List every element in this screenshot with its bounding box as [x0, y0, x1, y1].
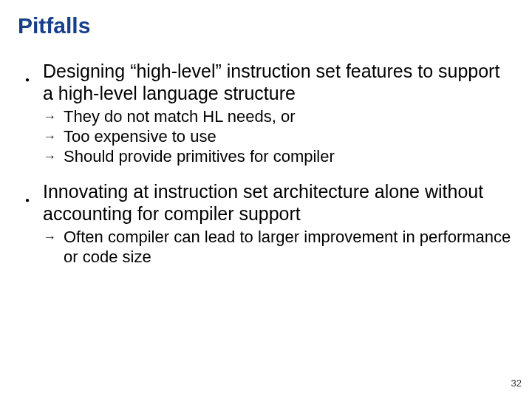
bullet-list: Designing “high-level” instruction set f…: [18, 61, 514, 267]
arrow-icon: →: [43, 149, 56, 166]
arrow-icon: →: [43, 230, 56, 246]
sub-text: Should provide primitives for compiler: [64, 147, 335, 166]
slide: Pitfalls Designing “high-level” instruct…: [0, 0, 532, 399]
arrow-icon: →: [43, 109, 56, 126]
sub-item: →They do not match HL needs, or: [43, 107, 514, 127]
sub-item: →Too expensive to use: [43, 127, 514, 147]
bullet-text: Designing “high-level” instruction set f…: [43, 61, 499, 103]
arrow-icon: →: [43, 129, 56, 146]
sub-text: Often compiler can lead to larger improv…: [64, 228, 511, 266]
list-item: Designing “high-level” instruction set f…: [18, 61, 514, 166]
list-item: Innovating at instruction set architectu…: [18, 181, 514, 267]
sub-list: →They do not match HL needs, or →Too exp…: [43, 107, 514, 166]
sub-text: They do not match HL needs, or: [64, 107, 295, 126]
sub-list: →Often compiler can lead to larger impro…: [43, 228, 514, 267]
page-number: 32: [511, 378, 522, 389]
bullet-text: Innovating at instruction set architectu…: [43, 181, 483, 224]
slide-title: Pitfalls: [18, 13, 514, 38]
sub-text: Too expensive to use: [64, 127, 216, 146]
sub-item: →Often compiler can lead to larger impro…: [43, 228, 514, 267]
sub-item: →Should provide primitives for compiler: [43, 147, 514, 167]
